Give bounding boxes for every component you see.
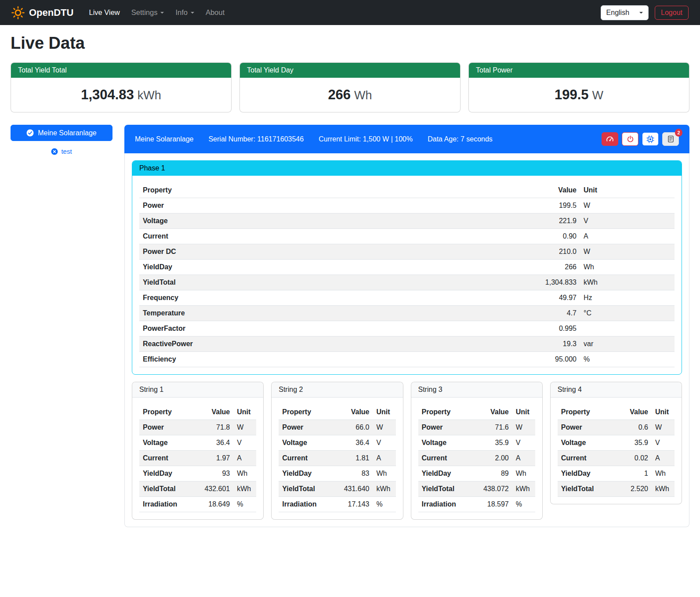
power-button[interactable] [622,132,638,146]
property-cell: YieldTotal [558,481,615,497]
col-unit: Unit [512,405,535,420]
string-card-title: String 3 [411,382,542,398]
table-row: Power 66.0 W [279,420,395,435]
col-property: Property [418,405,471,420]
table-row: Irradiation 17.143 % [279,497,395,512]
value-cell: 93 [192,466,233,481]
cpu-icon [646,135,654,143]
nav-about[interactable]: About [200,5,230,20]
table-row: Current 0.02 A [558,451,675,466]
value-cell: 4.7 [403,306,580,321]
value-cell: 0.6 [615,420,652,435]
unit-cell: V [373,435,396,451]
unit-cell: A [512,451,535,466]
logout-button[interactable]: Logout [655,6,689,20]
language-select[interactable]: English [601,5,649,20]
value-cell: 1,304.833 [403,275,580,290]
table-row: Temperature 4.7 °C [139,306,675,321]
inverter-panel-body: Phase 1 Property Value Unit [124,153,689,527]
string-card-body: Property Value Unit Power [411,398,542,519]
table-row: Power 71.6 W [418,420,535,435]
table-row: Power DC 210.0 W [139,244,675,260]
value-cell: 210.0 [403,244,580,260]
unit-cell: % [233,497,256,512]
table-row: Voltage 221.9 V [139,213,675,229]
card-unit: Wh [354,89,372,102]
string-card-3: String 3 Property Value Unit [411,382,543,520]
table-header-row: Property Value Unit [558,405,675,420]
card-unit: W [592,89,603,102]
property-cell: Power [558,420,615,435]
inverter-label: test [61,148,72,155]
table-header-row: Property Value Unit [418,405,535,420]
unit-cell: kWh [580,275,675,290]
unit-cell: V [580,213,675,229]
table-row: YieldDay 266 Wh [139,260,675,275]
value-cell: 71.8 [192,420,233,435]
unit-cell [580,321,675,336]
table-row: Irradiation 18.649 % [139,497,256,512]
table-row: Current 2.00 A [418,451,535,466]
table-row: Current 0.90 A [139,229,675,244]
page-title: Live Data [11,34,689,53]
sun-icon [11,6,25,19]
nav-about-label: About [206,8,225,17]
unit-cell: % [512,497,535,512]
limit-settings-button[interactable] [602,132,618,146]
nav-info-label: Info [175,8,188,17]
unit-cell: kWh [233,481,256,497]
value-cell: 19.3 [403,336,580,352]
inverter-sidebar: Meine Solaranlage test [11,125,112,155]
value-cell: 432.601 [192,481,233,497]
value-cell: 2.00 [471,451,512,466]
table-row: YieldTotal 438.072 kWh [418,481,535,497]
col-value: Value [331,405,373,420]
unit-cell: A [652,451,675,466]
nav-settings[interactable]: Settings [126,5,170,20]
col-property: Property [139,183,403,198]
col-property: Property [139,405,192,420]
summary-cards-row: Total Yield Total 1,304.83kWh Total Yiel… [11,62,689,112]
value-cell: 1.81 [331,451,373,466]
property-cell: Current [558,451,615,466]
property-cell: Efficiency [139,352,403,367]
device-info-button[interactable] [642,132,659,146]
string-card-title: String 4 [551,382,682,398]
property-cell: YieldTotal [279,481,331,497]
property-cell: YieldTotal [139,275,403,290]
string-table-body: Power 66.0 W Voltage 36.4 V [279,420,395,512]
card-value: 266 [328,87,351,102]
phase-table-body: Power 199.5 W Voltage 221.9 V [139,198,675,367]
table-row: Power 0.6 W [558,420,675,435]
property-cell: PowerFactor [139,321,403,336]
panel-actions: 2 [602,132,679,146]
data-age: Data Age: 7 seconds [428,135,493,143]
value-cell: 266 [403,260,580,275]
value-cell: 95.000 [403,352,580,367]
unit-cell: % [373,497,396,512]
card-total-yield-total: Total Yield Total 1,304.83kWh [11,62,232,112]
table-row: Current 1.97 A [139,451,256,466]
property-cell: Power [139,420,192,435]
value-cell: 18.597 [471,497,512,512]
unit-cell: °C [580,306,675,321]
inverter-select-button[interactable]: Meine Solaranlage [11,125,112,141]
card-total-power: Total Power 199.5W [468,62,689,112]
inverter-label: Meine Solaranlage [38,129,96,137]
table-row: Voltage 35.9 V [418,435,535,451]
serial-number: Serial Number: 116171603546 [208,135,304,143]
unit-cell: A [580,229,675,244]
nav-info[interactable]: Info [170,5,200,20]
event-log-button[interactable]: 2 [662,132,679,146]
phase-table: Property Value Unit Power [139,183,675,367]
nav-live-view[interactable]: Live View [83,5,125,20]
property-cell: YieldDay [418,466,471,481]
property-cell: YieldTotal [418,481,471,497]
property-cell: YieldDay [139,260,403,275]
brand[interactable]: OpenDTU [11,6,73,19]
inverter-item-test[interactable]: test [11,148,112,155]
property-cell: Irradiation [139,497,192,512]
property-cell: YieldDay [139,466,192,481]
string-card-2: String 2 Property Value Unit [271,382,403,520]
unit-cell: Wh [652,466,675,481]
